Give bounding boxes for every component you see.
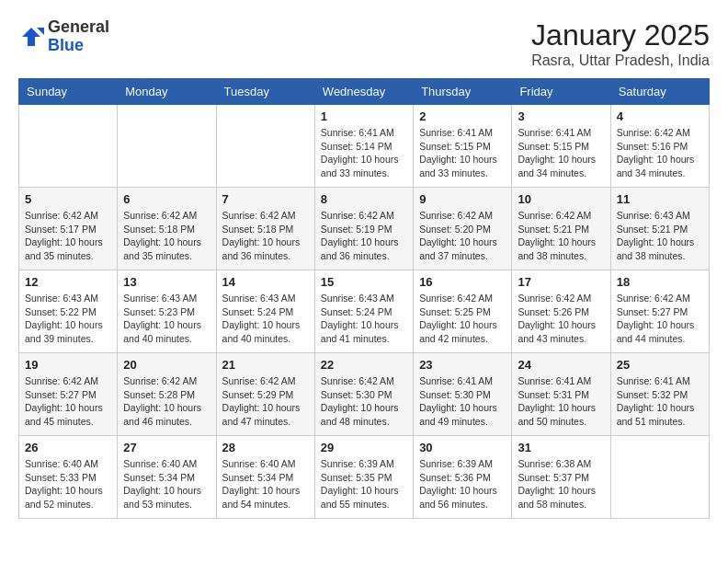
svg-marker-0 <box>22 28 40 46</box>
calendar-cell: 17Sunrise: 6:42 AM Sunset: 5:26 PM Dayli… <box>512 270 610 353</box>
calendar-week-row: 26Sunrise: 6:40 AM Sunset: 5:33 PM Dayli… <box>19 436 710 519</box>
calendar-cell: 7Sunrise: 6:42 AM Sunset: 5:18 PM Daylig… <box>216 188 314 270</box>
cell-content: Sunrise: 6:39 AM Sunset: 5:35 PM Dayligh… <box>321 457 407 511</box>
day-number: 12 <box>25 275 111 289</box>
day-number: 5 <box>25 192 111 206</box>
calendar-cell: 5Sunrise: 6:42 AM Sunset: 5:17 PM Daylig… <box>19 188 118 270</box>
logo-text: General Blue <box>48 18 109 55</box>
day-number: 9 <box>419 192 506 206</box>
page-header: General Blue January 2025 Rasra, Uttar P… <box>18 18 710 69</box>
day-number: 26 <box>25 441 111 454</box>
day-number: 17 <box>518 275 604 289</box>
calendar-cell: 11Sunrise: 6:43 AM Sunset: 5:21 PM Dayli… <box>610 188 709 270</box>
cell-content: Sunrise: 6:42 AM Sunset: 5:30 PM Dayligh… <box>321 374 407 429</box>
cell-content: Sunrise: 6:42 AM Sunset: 5:18 PM Dayligh… <box>222 209 309 263</box>
cell-content: Sunrise: 6:43 AM Sunset: 5:24 PM Dayligh… <box>222 292 309 346</box>
calendar-week-row: 5Sunrise: 6:42 AM Sunset: 5:17 PM Daylig… <box>19 188 710 270</box>
weekday-header-friday: Friday <box>512 79 610 105</box>
calendar-cell: 21Sunrise: 6:42 AM Sunset: 5:29 PM Dayli… <box>216 353 314 436</box>
cell-content: Sunrise: 6:42 AM Sunset: 5:17 PM Dayligh… <box>25 209 111 263</box>
calendar-cell <box>118 105 216 188</box>
calendar-cell: 4Sunrise: 6:42 AM Sunset: 5:16 PM Daylig… <box>610 105 709 188</box>
cell-content: Sunrise: 6:43 AM Sunset: 5:22 PM Dayligh… <box>25 292 111 346</box>
cell-content: Sunrise: 6:40 AM Sunset: 5:34 PM Dayligh… <box>222 457 309 511</box>
location-title: Rasra, Uttar Pradesh, India <box>531 52 710 69</box>
cell-content: Sunrise: 6:40 AM Sunset: 5:33 PM Dayligh… <box>25 457 111 511</box>
weekday-header-thursday: Thursday <box>414 79 512 105</box>
calendar-cell: 19Sunrise: 6:42 AM Sunset: 5:27 PM Dayli… <box>19 353 118 436</box>
weekday-header-sunday: Sunday <box>19 79 118 105</box>
calendar-cell <box>216 105 314 188</box>
day-number: 24 <box>518 358 604 372</box>
cell-content: Sunrise: 6:42 AM Sunset: 5:20 PM Dayligh… <box>419 209 506 263</box>
calendar-cell: 26Sunrise: 6:40 AM Sunset: 5:33 PM Dayli… <box>19 436 118 519</box>
cell-content: Sunrise: 6:38 AM Sunset: 5:37 PM Dayligh… <box>518 457 604 511</box>
cell-content: Sunrise: 6:41 AM Sunset: 5:31 PM Dayligh… <box>518 374 604 429</box>
weekday-header-monday: Monday <box>118 79 216 105</box>
day-number: 6 <box>123 192 210 206</box>
weekday-header-saturday: Saturday <box>610 79 709 105</box>
calendar-cell: 29Sunrise: 6:39 AM Sunset: 5:35 PM Dayli… <box>314 436 413 519</box>
cell-content: Sunrise: 6:43 AM Sunset: 5:21 PM Dayligh… <box>617 209 703 263</box>
calendar-cell: 13Sunrise: 6:43 AM Sunset: 5:23 PM Dayli… <box>118 270 216 353</box>
day-number: 28 <box>222 441 309 454</box>
calendar-cell: 1Sunrise: 6:41 AM Sunset: 5:14 PM Daylig… <box>314 105 413 188</box>
day-number: 10 <box>518 192 604 206</box>
day-number: 18 <box>617 275 703 289</box>
calendar-cell: 25Sunrise: 6:41 AM Sunset: 5:32 PM Dayli… <box>610 353 709 436</box>
cell-content: Sunrise: 6:41 AM Sunset: 5:30 PM Dayligh… <box>419 374 506 429</box>
calendar-cell: 27Sunrise: 6:40 AM Sunset: 5:34 PM Dayli… <box>118 436 216 519</box>
logo: General Blue <box>18 18 109 55</box>
calendar-cell: 10Sunrise: 6:42 AM Sunset: 5:21 PM Dayli… <box>512 188 610 270</box>
day-number: 27 <box>123 441 210 454</box>
calendar-cell <box>19 105 118 188</box>
day-number: 7 <box>222 192 309 206</box>
logo-icon <box>18 24 44 50</box>
calendar-cell: 2Sunrise: 6:41 AM Sunset: 5:15 PM Daylig… <box>414 105 512 188</box>
weekday-header-tuesday: Tuesday <box>216 79 314 105</box>
logo-blue: Blue <box>48 36 84 54</box>
cell-content: Sunrise: 6:42 AM Sunset: 5:26 PM Dayligh… <box>518 292 604 346</box>
cell-content: Sunrise: 6:41 AM Sunset: 5:15 PM Dayligh… <box>419 126 506 180</box>
calendar-cell: 23Sunrise: 6:41 AM Sunset: 5:30 PM Dayli… <box>414 353 512 436</box>
calendar-cell: 8Sunrise: 6:42 AM Sunset: 5:19 PM Daylig… <box>314 188 413 270</box>
cell-content: Sunrise: 6:42 AM Sunset: 5:19 PM Dayligh… <box>321 209 407 263</box>
cell-content: Sunrise: 6:42 AM Sunset: 5:25 PM Dayligh… <box>419 292 506 346</box>
day-number: 11 <box>617 192 703 206</box>
cell-content: Sunrise: 6:41 AM Sunset: 5:14 PM Dayligh… <box>321 126 407 180</box>
day-number: 14 <box>222 275 309 289</box>
calendar-cell: 20Sunrise: 6:42 AM Sunset: 5:28 PM Dayli… <box>118 353 216 436</box>
cell-content: Sunrise: 6:41 AM Sunset: 5:15 PM Dayligh… <box>518 126 604 180</box>
calendar-cell: 22Sunrise: 6:42 AM Sunset: 5:30 PM Dayli… <box>314 353 413 436</box>
cell-content: Sunrise: 6:42 AM Sunset: 5:27 PM Dayligh… <box>25 374 111 429</box>
calendar-cell: 30Sunrise: 6:39 AM Sunset: 5:36 PM Dayli… <box>414 436 512 519</box>
day-number: 29 <box>321 441 407 454</box>
calendar-table: SundayMondayTuesdayWednesdayThursdayFrid… <box>18 78 710 519</box>
day-number: 31 <box>518 441 604 454</box>
calendar-cell: 6Sunrise: 6:42 AM Sunset: 5:18 PM Daylig… <box>118 188 216 270</box>
title-block: January 2025 Rasra, Uttar Pradesh, India <box>531 18 710 69</box>
calendar-cell: 14Sunrise: 6:43 AM Sunset: 5:24 PM Dayli… <box>216 270 314 353</box>
cell-content: Sunrise: 6:42 AM Sunset: 5:21 PM Dayligh… <box>518 209 604 263</box>
cell-content: Sunrise: 6:43 AM Sunset: 5:24 PM Dayligh… <box>321 292 407 346</box>
calendar-cell: 9Sunrise: 6:42 AM Sunset: 5:20 PM Daylig… <box>414 188 512 270</box>
day-number: 3 <box>518 109 604 123</box>
cell-content: Sunrise: 6:42 AM Sunset: 5:16 PM Dayligh… <box>617 126 703 180</box>
day-number: 21 <box>222 358 309 372</box>
cell-content: Sunrise: 6:42 AM Sunset: 5:28 PM Dayligh… <box>123 374 210 429</box>
calendar-cell: 31Sunrise: 6:38 AM Sunset: 5:37 PM Dayli… <box>512 436 610 519</box>
day-number: 2 <box>419 109 506 123</box>
day-number: 4 <box>617 109 703 123</box>
calendar-cell <box>610 436 709 519</box>
day-number: 13 <box>123 275 210 289</box>
weekday-header-row: SundayMondayTuesdayWednesdayThursdayFrid… <box>19 79 710 105</box>
calendar-week-row: 12Sunrise: 6:43 AM Sunset: 5:22 PM Dayli… <box>19 270 710 353</box>
day-number: 23 <box>419 358 506 372</box>
day-number: 15 <box>321 275 407 289</box>
month-title: January 2025 <box>531 18 710 52</box>
calendar-cell: 24Sunrise: 6:41 AM Sunset: 5:31 PM Dayli… <box>512 353 610 436</box>
calendar-cell: 3Sunrise: 6:41 AM Sunset: 5:15 PM Daylig… <box>512 105 610 188</box>
calendar-cell: 15Sunrise: 6:43 AM Sunset: 5:24 PM Dayli… <box>314 270 413 353</box>
cell-content: Sunrise: 6:40 AM Sunset: 5:34 PM Dayligh… <box>123 457 210 511</box>
cell-content: Sunrise: 6:42 AM Sunset: 5:27 PM Dayligh… <box>617 292 703 346</box>
